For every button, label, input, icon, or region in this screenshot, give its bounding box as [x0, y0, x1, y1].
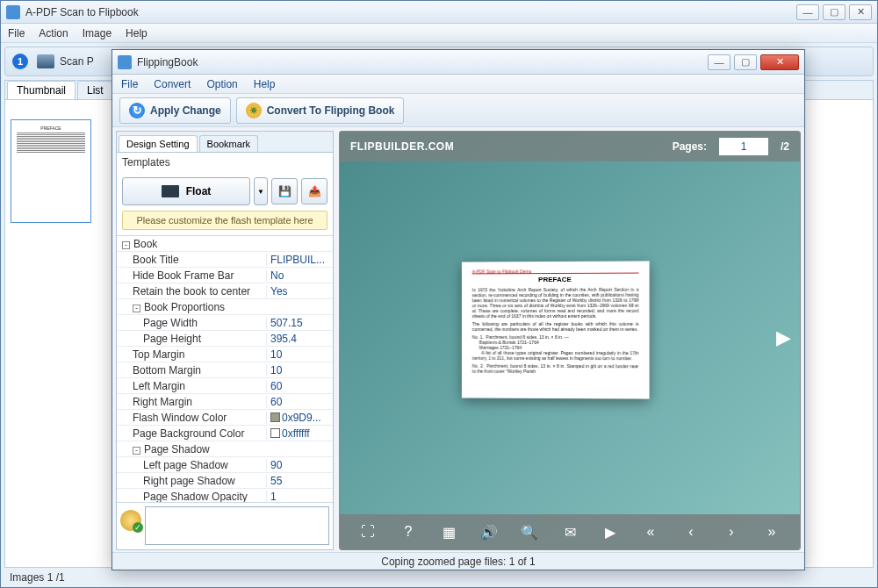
prop-label: Bottom Margin — [133, 364, 201, 376]
book-page[interactable]: A-PDF Scan to Flipbook Demo PREFACE In 1… — [462, 261, 650, 398]
outer-titlebar: A-PDF Scan to Flipbook — ▢ ✕ — [1, 1, 877, 24]
dialog-titlebar[interactable]: FlippingBook — ▢ ✕ — [112, 50, 804, 75]
prev-fast-icon[interactable]: « — [642, 524, 659, 540]
dialog-menu-convert[interactable]: Convert — [154, 78, 191, 90]
dialog-window-buttons: — ▢ ✕ — [708, 54, 799, 70]
prop-row[interactable]: Retain the book to centerYes — [117, 283, 333, 299]
prop-value[interactable]: 10 — [266, 364, 333, 376]
thumbnail[interactable]: PREFACE — [11, 119, 91, 223]
preview-stage[interactable]: A-PDF Scan to Flipbook Demo PREFACE In 1… — [340, 161, 800, 514]
thumbnails-icon[interactable]: ▦ — [440, 524, 457, 541]
template-dropdown-button[interactable]: ▼ — [254, 177, 268, 205]
pages-label: Pages: — [673, 140, 707, 153]
prop-row[interactable]: Page Shadow Opacity1 — [117, 489, 333, 502]
preview-header: FLIPBUILDER.COM Pages: /2 — [340, 132, 800, 161]
menu-file[interactable]: File — [8, 27, 25, 39]
dialog-menu-file[interactable]: File — [121, 78, 138, 90]
next-icon[interactable]: › — [723, 524, 740, 540]
dialog-close-button[interactable]: ✕ — [760, 54, 799, 70]
maximize-button[interactable]: ▢ — [823, 4, 846, 20]
dialog-menu-help[interactable]: Help — [254, 78, 276, 90]
prop-label: Book Proportions — [144, 301, 225, 313]
prop-value[interactable]: Yes — [266, 285, 333, 298]
prop-row[interactable]: Left page Shadow90 — [117, 457, 333, 473]
page-number-input[interactable] — [719, 138, 768, 155]
prop-row[interactable]: Book TitleFLIPBUIL... — [117, 252, 333, 268]
prop-row[interactable]: Page Height395.4 — [117, 331, 333, 347]
first-page-icon[interactable]: ▶ — [601, 524, 619, 541]
prop-value[interactable]: 0x9D9... — [266, 412, 333, 424]
scan-button[interactable]: Scan P — [37, 54, 94, 68]
prop-row[interactable]: Right Margin60 — [117, 394, 333, 410]
prop-value[interactable]: 0xffffff — [266, 427, 333, 440]
scanner-icon — [37, 54, 54, 68]
outer-status-text: Images 1 /1 — [10, 571, 65, 584]
next-fast-icon[interactable]: » — [763, 524, 781, 540]
database-icon — [120, 510, 141, 531]
dialog-body: Design Setting Bookmark Templates Float … — [116, 131, 801, 550]
zoom-icon[interactable]: 🔍 — [521, 524, 538, 541]
property-grid[interactable]: -BookBook TitleFLIPBUIL...Hide Book Fram… — [117, 235, 333, 502]
brand-label: FLIPBUILDER.COM — [350, 140, 454, 153]
prop-row[interactable]: Page Background Color0xffffff — [117, 426, 333, 441]
tab-bookmark[interactable]: Bookmark — [199, 135, 259, 152]
export-template-button[interactable]: 📤 — [301, 178, 327, 204]
description-textarea[interactable] — [145, 506, 329, 545]
prop-row[interactable]: -Page Shadow — [117, 441, 333, 457]
dialog-maximize-button[interactable]: ▢ — [734, 54, 757, 70]
prop-label: Right Margin — [133, 396, 192, 408]
prop-value[interactable]: 10 — [266, 348, 333, 361]
dialog-minimize-button[interactable]: — — [708, 54, 730, 70]
tab-thumbnail[interactable]: Thumbnail — [7, 81, 76, 99]
minimize-button[interactable]: — — [796, 4, 819, 20]
book-icon — [162, 185, 179, 197]
gear-icon — [246, 103, 262, 118]
app-icon — [6, 5, 20, 19]
scan-label: Scan P — [60, 55, 94, 68]
prop-row[interactable]: Bottom Margin10 — [117, 362, 333, 378]
prop-row[interactable]: -Book Proportions — [117, 299, 333, 315]
prev-icon[interactable]: ‹ — [682, 524, 700, 540]
menu-help[interactable]: Help — [126, 27, 148, 39]
prop-row[interactable]: Left Margin60 — [117, 378, 333, 394]
float-template-button[interactable]: Float — [122, 177, 250, 205]
save-template-button[interactable]: 💾 — [271, 178, 298, 204]
prop-row[interactable]: Page Width507.15 — [117, 315, 333, 331]
tab-list[interactable]: List — [77, 81, 113, 99]
prop-label: Page Shadow — [144, 443, 210, 455]
page-total: /2 — [781, 140, 789, 153]
prop-label: Retain the book to center — [133, 285, 250, 298]
prop-value[interactable]: 55 — [266, 475, 333, 487]
prop-value[interactable]: 1 — [266, 491, 333, 503]
menu-image[interactable]: Image — [83, 27, 112, 39]
prop-label: Book Title — [133, 254, 179, 266]
prop-label: Page Height — [143, 333, 201, 345]
prop-row[interactable]: Top Margin10 — [117, 347, 333, 362]
prop-row[interactable]: Hide Book Frame BarNo — [117, 268, 333, 283]
prop-row[interactable]: Flash Window Color0x9D9... — [117, 410, 333, 426]
convert-label: Convert To Flipping Book — [267, 104, 395, 117]
help-icon[interactable]: ? — [399, 524, 417, 540]
menu-action[interactable]: Action — [39, 27, 68, 39]
convert-button[interactable]: Convert To Flipping Book — [236, 97, 405, 124]
prop-value[interactable]: 90 — [266, 459, 333, 471]
next-page-arrow[interactable]: ▶ — [776, 326, 791, 349]
prop-value[interactable]: FLIPBUIL... — [266, 254, 333, 266]
prop-value[interactable]: 395.4 — [266, 333, 333, 345]
apply-change-button[interactable]: Apply Change — [119, 97, 231, 124]
prop-value[interactable]: No — [266, 269, 333, 282]
save-icon: 💾 — [278, 185, 291, 197]
prop-value[interactable]: 60 — [266, 396, 333, 408]
dialog-menu-option[interactable]: Option — [206, 78, 237, 90]
tab-design-setting[interactable]: Design Setting — [119, 135, 198, 152]
fullscreen-icon[interactable]: ⛶ — [359, 524, 377, 540]
sound-icon[interactable]: 🔊 — [480, 524, 498, 541]
mail-icon[interactable]: ✉ — [561, 524, 579, 541]
close-button[interactable]: ✕ — [849, 4, 872, 20]
page-title: PREFACE — [472, 276, 639, 284]
prop-value[interactable]: 507.15 — [266, 317, 333, 329]
prop-row[interactable]: -Book — [117, 236, 333, 252]
description-box — [117, 502, 333, 549]
prop-value[interactable]: 60 — [266, 380, 333, 392]
prop-row[interactable]: Right page Shadow55 — [117, 473, 333, 489]
